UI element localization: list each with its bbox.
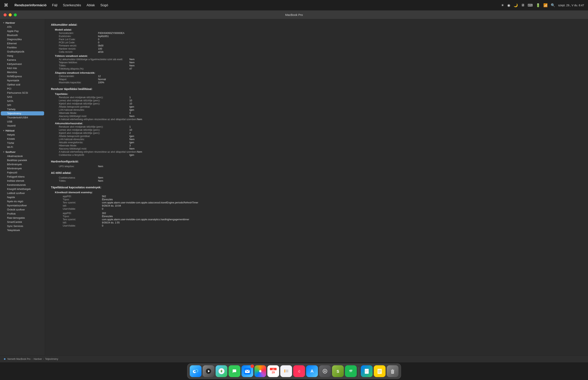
dock-item-messages[interactable]: [228, 365, 240, 377]
display-icon[interactable]: 🖥: [521, 3, 525, 7]
menu-window[interactable]: Ablak: [86, 3, 95, 7]
sidebar-item-audio[interactable]: Hang: [1, 54, 44, 58]
sidebar-item-legacy-sw[interactable]: Örökölt szoftver: [1, 208, 44, 212]
dock-item-safari[interactable]: [216, 365, 227, 377]
data-label: Cella revízió:: [55, 51, 98, 53]
sidebar-item-sync-services[interactable]: Sync Services: [1, 224, 44, 228]
sidebar-item-ethernet[interactable]: Ethernet: [1, 41, 44, 45]
sidebar-item-graphics[interactable]: Grafika/kijelzők: [1, 50, 44, 54]
data-value: Nem: [137, 118, 142, 121]
search-icon[interactable]: 🔍: [551, 3, 555, 7]
brightness-icon[interactable]: ☀: [501, 3, 504, 7]
dock-item-preview[interactable]: [361, 365, 373, 377]
menu-edit[interactable]: Szerkesztés: [63, 3, 81, 7]
sidebar-item-extensions2[interactable]: Bővítmények: [1, 166, 44, 171]
dock-item-finder[interactable]: [190, 365, 202, 377]
sidebar-item-sas[interactable]: SAS: [1, 95, 44, 99]
sidebar-item-label: Fejlesztő: [7, 171, 17, 174]
siri-icon[interactable]: ◉: [507, 3, 510, 7]
sidebar-item-managed-client[interactable]: Felügyelt kliens: [1, 175, 44, 179]
keyboard-icon[interactable]: ⌨: [528, 3, 533, 7]
svg-point-4: [196, 370, 197, 372]
sidebar-group-label-software: Szoftver: [5, 151, 16, 153]
sidebar-item-sata[interactable]: SATA: [1, 99, 44, 103]
dock-item-sysprefs[interactable]: [319, 365, 331, 377]
sidebar-item-profiles[interactable]: ProfiIok: [1, 212, 44, 216]
sidebar-item-diagnostics[interactable]: Diagnosztika: [1, 37, 44, 41]
sidebar-item-printers[interactable]: Nyomtatók: [1, 78, 44, 82]
sidebar-item-frameworks[interactable]: Keretrendszerek: [1, 183, 44, 187]
sidebar-item-places[interactable]: Helyek: [1, 133, 44, 137]
sidebar-item-extensions1[interactable]: Bővítmények: [1, 162, 44, 166]
sidebar-item-connections[interactable]: Köstek: [1, 137, 44, 141]
sidebar-item-cardreader[interactable]: Kártyaolvasó: [1, 62, 44, 66]
data-value: Nem: [98, 165, 103, 168]
window-title: MacBook Pro: [285, 13, 303, 17]
data-row: Lemez alvó módjának időzítője (perc): 10: [55, 99, 582, 102]
dock-item-photos[interactable]: [254, 365, 266, 377]
battery-usage-title: Akkumulátorhasználat:: [55, 122, 582, 125]
sidebar-item-handwriting[interactable]: Kézi írás: [1, 66, 44, 70]
sidebar-item-performance[interactable]: Teljesítmény: [1, 111, 44, 115]
dock-item-music[interactable]: ♫: [293, 365, 305, 377]
sidebar-item-storage[interactable]: Tárhely: [1, 107, 44, 111]
apple-logo-icon[interactable]: ⌘: [4, 3, 8, 8]
maximize-button[interactable]: [14, 13, 17, 17]
battery-icon[interactable]: 🔋: [536, 3, 540, 7]
dock-item-shopify[interactable]: S: [332, 365, 344, 377]
sidebar-group-hardver[interactable]: ▼ Hardver: [1, 21, 44, 25]
sidebar-item-nvme[interactable]: NVMExpress: [1, 74, 44, 78]
sidebar-group-software[interactable]: ▼ Szoftver: [1, 150, 44, 154]
sidebar-item-pref-panels[interactable]: Beállítási panelek: [1, 158, 44, 162]
dock-item-reminders[interactable]: [280, 365, 292, 377]
data-row: A hálózati elérhetőség előnyben részesít…: [55, 118, 582, 121]
sidebar-item-parallel-scsi[interactable]: Párhuzamos SCSI: [1, 91, 44, 95]
dock-item-notes[interactable]: [374, 365, 385, 377]
dock-container: 2929 ♫ A S: [187, 363, 401, 379]
menu-help[interactable]: Súgó: [100, 3, 108, 7]
dock-item-spotify[interactable]: [345, 365, 357, 377]
data-row: Csökkentse a fénytörőt: Igen: [55, 154, 582, 156]
sidebar-item-controller[interactable]: Vezérlő: [1, 124, 44, 128]
dock-item-mail[interactable]: [242, 365, 253, 377]
sidebar-item-ata[interactable]: ATA: [1, 25, 44, 29]
power-events-section: Következő ütemezett esemény: appPID: 562…: [55, 191, 582, 227]
sidebar-item-accessibility[interactable]: Kisegítő lehetőségek: [1, 187, 44, 191]
wifi-icon[interactable]: 📶: [543, 3, 548, 7]
sidebar-item-usb[interactable]: USB: [1, 119, 44, 124]
sidebar-item-optical[interactable]: Optikai szál: [1, 82, 44, 87]
data-row: Maximális kapacitás: 100%: [55, 81, 582, 84]
sidebar-item-label: Köstek: [7, 137, 15, 140]
minimize-button[interactable]: [9, 13, 12, 17]
night-icon[interactable]: 🌙: [513, 3, 518, 7]
dock-item-trash[interactable]: [387, 365, 398, 377]
sidebar-item-installations[interactable]: Telepítések: [1, 228, 44, 232]
data-label: Lemez alvó módjának időzítője (perc):: [55, 99, 129, 102]
dock-item-calendar[interactable]: 2929: [267, 365, 279, 377]
sidebar-group-network[interactable]: ▼ Hálózat: [1, 129, 44, 133]
sidebar-item-firewall[interactable]: Tűzfal: [1, 141, 44, 145]
sidebar-item-printer-sw[interactable]: Nyomtatószoftver: [1, 203, 44, 208]
sidebar-item-apps[interactable]: Alkalmazások: [1, 154, 44, 158]
close-button[interactable]: [3, 13, 7, 17]
sidebar-item-bluetooth[interactable]: Bluetooth: [1, 33, 44, 37]
sidebar-item-language[interactable]: Nyelv és régió: [1, 199, 44, 203]
sidebar-item-startup-items[interactable]: Indítási elemek: [1, 179, 44, 183]
sidebar-item-smartcards[interactable]: SmartCardok: [1, 220, 44, 224]
menu-app-name[interactable]: Rendszerinformáció: [15, 3, 46, 7]
sidebar-item-raw-support[interactable]: Raw-támogatás: [1, 216, 44, 220]
sidebar-item-logs[interactable]: Naplók: [1, 195, 44, 199]
sidebar-item-camera[interactable]: Kamera: [1, 58, 44, 62]
sidebar-item-wifi[interactable]: Wi-Fi: [1, 145, 44, 149]
sidebar-item-applepay[interactable]: Apple Pay: [1, 29, 44, 33]
sidebar-item-developer[interactable]: Fejlesztő: [1, 171, 44, 175]
sidebar-item-pci[interactable]: PCI: [1, 87, 44, 91]
sidebar-item-disabled-sw[interactable]: Letiltott szoftver: [1, 191, 44, 195]
sidebar-item-spi[interactable]: SPI: [1, 103, 44, 107]
menu-file[interactable]: Fájl: [52, 3, 57, 7]
dock-item-appstore[interactable]: A: [306, 365, 318, 377]
sidebar-item-memory[interactable]: Memória: [1, 70, 44, 74]
sidebar-item-firewire[interactable]: FireWire: [1, 45, 44, 50]
sidebar-item-thunderbolt[interactable]: Thunderbolt/USB4: [1, 115, 44, 119]
dock-item-launchpad[interactable]: [203, 365, 214, 377]
